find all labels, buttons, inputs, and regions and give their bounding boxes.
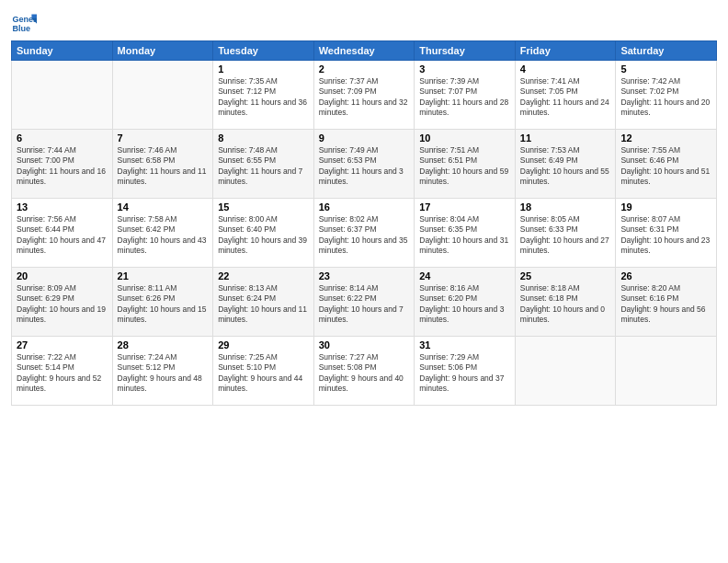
day-info: Sunrise: 8:05 AMSunset: 6:33 PMDaylight:… [520, 214, 611, 257]
week-row-5: 27Sunrise: 7:22 AMSunset: 5:14 PMDayligh… [12, 337, 717, 406]
calendar-cell: 20Sunrise: 8:09 AMSunset: 6:29 PMDayligh… [12, 268, 113, 337]
calendar-cell: 4Sunrise: 7:41 AMSunset: 7:05 PMDaylight… [515, 61, 616, 130]
calendar-cell: 5Sunrise: 7:42 AMSunset: 7:02 PMDaylight… [616, 61, 717, 130]
calendar-cell: 3Sunrise: 7:39 AMSunset: 7:07 PMDaylight… [415, 61, 516, 130]
calendar-cell [12, 61, 113, 130]
calendar-cell: 31Sunrise: 7:29 AMSunset: 5:06 PMDayligh… [415, 337, 516, 406]
day-info: Sunrise: 8:13 AMSunset: 6:24 PMDaylight:… [218, 283, 309, 326]
calendar-cell: 27Sunrise: 7:22 AMSunset: 5:14 PMDayligh… [12, 337, 113, 406]
calendar-cell: 30Sunrise: 7:27 AMSunset: 5:08 PMDayligh… [313, 337, 415, 406]
day-info: Sunrise: 7:46 AMSunset: 6:58 PMDaylight:… [118, 145, 209, 188]
calendar-cell: 21Sunrise: 8:11 AMSunset: 6:26 PMDayligh… [112, 268, 213, 337]
day-info: Sunrise: 8:18 AMSunset: 6:18 PMDaylight:… [520, 283, 611, 326]
day-info: Sunrise: 7:41 AMSunset: 7:05 PMDaylight:… [520, 76, 611, 119]
calendar-cell: 13Sunrise: 7:56 AMSunset: 6:44 PMDayligh… [12, 199, 113, 268]
day-info: Sunrise: 8:20 AMSunset: 6:16 PMDaylight:… [620, 283, 711, 326]
day-number: 23 [319, 270, 410, 282]
calendar-cell [515, 337, 616, 406]
calendar-cell: 28Sunrise: 7:24 AMSunset: 5:12 PMDayligh… [112, 337, 213, 406]
day-number: 24 [419, 270, 510, 282]
day-number: 11 [520, 132, 611, 144]
day-info: Sunrise: 7:56 AMSunset: 6:44 PMDaylight:… [17, 214, 108, 257]
weekday-header-row: SundayMondayTuesdayWednesdayThursdayFrid… [12, 41, 717, 61]
day-info: Sunrise: 8:11 AMSunset: 6:26 PMDaylight:… [118, 283, 209, 326]
day-info: Sunrise: 7:35 AMSunset: 7:12 PMDaylight:… [218, 76, 309, 119]
day-info: Sunrise: 7:49 AMSunset: 6:53 PMDaylight:… [319, 145, 410, 188]
day-info: Sunrise: 8:00 AMSunset: 6:40 PMDaylight:… [218, 214, 309, 257]
day-info: Sunrise: 8:14 AMSunset: 6:22 PMDaylight:… [319, 283, 410, 326]
day-number: 29 [218, 339, 309, 350]
day-info: Sunrise: 8:16 AMSunset: 6:20 PMDaylight:… [419, 283, 510, 326]
day-info: Sunrise: 7:37 AMSunset: 7:09 PMDaylight:… [319, 76, 410, 119]
day-info: Sunrise: 8:02 AMSunset: 6:37 PMDaylight:… [319, 214, 410, 257]
day-number: 26 [620, 270, 711, 282]
day-info: Sunrise: 8:09 AMSunset: 6:29 PMDaylight:… [17, 283, 108, 326]
calendar-cell: 22Sunrise: 8:13 AMSunset: 6:24 PMDayligh… [213, 268, 314, 337]
weekday-header-saturday: Saturday [616, 41, 717, 61]
day-number: 31 [419, 339, 510, 350]
day-number: 7 [118, 132, 209, 144]
day-number: 12 [620, 132, 711, 144]
calendar-cell: 11Sunrise: 7:53 AMSunset: 6:49 PMDayligh… [515, 130, 616, 199]
day-number: 30 [319, 339, 410, 350]
calendar-cell: 19Sunrise: 8:07 AMSunset: 6:31 PMDayligh… [616, 199, 717, 268]
day-number: 27 [17, 339, 108, 350]
day-number: 6 [17, 132, 108, 144]
weekday-header-wednesday: Wednesday [313, 41, 415, 61]
day-number: 22 [218, 270, 309, 282]
week-row-4: 20Sunrise: 8:09 AMSunset: 6:29 PMDayligh… [12, 268, 717, 337]
weekday-header-friday: Friday [515, 41, 616, 61]
calendar-cell: 6Sunrise: 7:44 AMSunset: 7:00 PMDaylight… [12, 130, 113, 199]
day-info: Sunrise: 7:55 AMSunset: 6:46 PMDaylight:… [620, 145, 711, 188]
day-number: 25 [520, 270, 611, 282]
calendar-cell [112, 61, 213, 130]
day-number: 28 [118, 339, 209, 350]
weekday-header-thursday: Thursday [415, 41, 516, 61]
day-number: 20 [17, 270, 108, 282]
day-number: 16 [319, 201, 410, 213]
day-info: Sunrise: 7:51 AMSunset: 6:51 PMDaylight:… [419, 145, 510, 188]
day-number: 17 [419, 201, 510, 213]
calendar-cell: 15Sunrise: 8:00 AMSunset: 6:40 PMDayligh… [213, 199, 314, 268]
weekday-header-tuesday: Tuesday [213, 41, 314, 61]
calendar-cell: 14Sunrise: 7:58 AMSunset: 6:42 PMDayligh… [112, 199, 213, 268]
logo-icon: General Blue [11, 9, 37, 35]
calendar-cell: 16Sunrise: 8:02 AMSunset: 6:37 PMDayligh… [313, 199, 415, 268]
week-row-2: 6Sunrise: 7:44 AMSunset: 7:00 PMDaylight… [12, 130, 717, 199]
day-number: 15 [218, 201, 309, 213]
calendar-cell: 26Sunrise: 8:20 AMSunset: 6:16 PMDayligh… [616, 268, 717, 337]
day-info: Sunrise: 7:44 AMSunset: 7:00 PMDaylight:… [17, 145, 108, 188]
day-number: 13 [17, 201, 108, 213]
day-info: Sunrise: 7:42 AMSunset: 7:02 PMDaylight:… [620, 76, 711, 119]
weekday-header-monday: Monday [112, 41, 213, 61]
day-info: Sunrise: 8:04 AMSunset: 6:35 PMDaylight:… [419, 214, 510, 257]
calendar-cell: 25Sunrise: 8:18 AMSunset: 6:18 PMDayligh… [515, 268, 616, 337]
weekday-header-sunday: Sunday [12, 41, 113, 61]
day-info: Sunrise: 7:22 AMSunset: 5:14 PMDaylight:… [17, 352, 108, 395]
day-info: Sunrise: 7:48 AMSunset: 6:55 PMDaylight:… [218, 145, 309, 188]
day-number: 2 [319, 63, 410, 75]
calendar-cell: 24Sunrise: 8:16 AMSunset: 6:20 PMDayligh… [415, 268, 516, 337]
calendar-cell: 10Sunrise: 7:51 AMSunset: 6:51 PMDayligh… [415, 130, 516, 199]
day-number: 14 [118, 201, 209, 213]
calendar-cell: 17Sunrise: 8:04 AMSunset: 6:35 PMDayligh… [415, 199, 516, 268]
page-header: General Blue [11, 9, 717, 35]
svg-text:Blue: Blue [12, 24, 30, 33]
day-info: Sunrise: 8:07 AMSunset: 6:31 PMDaylight:… [620, 214, 711, 257]
week-row-3: 13Sunrise: 7:56 AMSunset: 6:44 PMDayligh… [12, 199, 717, 268]
day-number: 10 [419, 132, 510, 144]
calendar-cell: 2Sunrise: 7:37 AMSunset: 7:09 PMDaylight… [313, 61, 415, 130]
week-row-1: 1Sunrise: 7:35 AMSunset: 7:12 PMDaylight… [12, 61, 717, 130]
calendar-cell: 18Sunrise: 8:05 AMSunset: 6:33 PMDayligh… [515, 199, 616, 268]
calendar-cell [616, 337, 717, 406]
calendar-cell: 8Sunrise: 7:48 AMSunset: 6:55 PMDaylight… [213, 130, 314, 199]
day-info: Sunrise: 7:24 AMSunset: 5:12 PMDaylight:… [118, 352, 209, 395]
day-number: 4 [520, 63, 611, 75]
day-info: Sunrise: 7:25 AMSunset: 5:10 PMDaylight:… [218, 352, 309, 395]
day-info: Sunrise: 7:29 AMSunset: 5:06 PMDaylight:… [419, 352, 510, 395]
calendar-table: SundayMondayTuesdayWednesdayThursdayFrid… [11, 40, 717, 406]
day-number: 19 [620, 201, 711, 213]
day-number: 9 [319, 132, 410, 144]
day-number: 3 [419, 63, 510, 75]
day-number: 1 [218, 63, 309, 75]
